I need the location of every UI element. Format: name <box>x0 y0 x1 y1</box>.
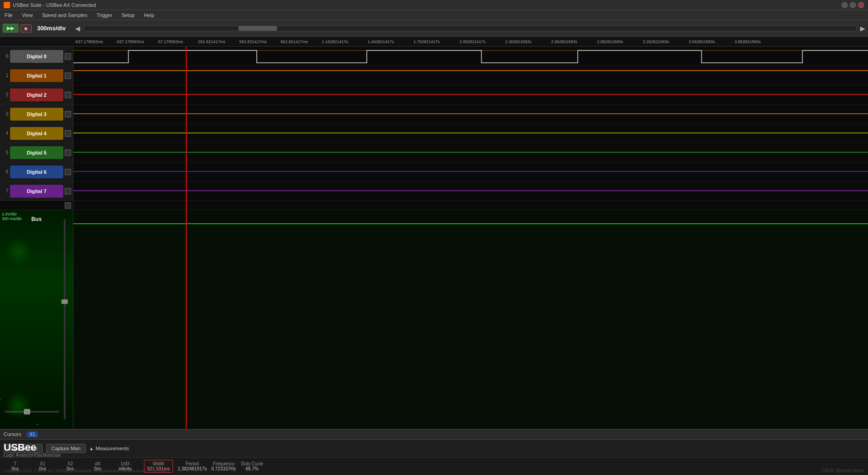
channel-plus-4: + <box>37 138 39 142</box>
nav-back-button[interactable]: ◀ <box>75 25 80 32</box>
ruler-tick: 562.821417ms <box>238 39 280 44</box>
meas-period: Period 1.382481917s <box>177 461 206 471</box>
menubar: File View Speed and Samples Trigger Setu… <box>0 10 868 20</box>
waveform-svg-0 <box>73 47 868 66</box>
channel-num-2: 2 <box>2 92 8 97</box>
menu-speed[interactable]: Speed and Samples <box>37 11 92 19</box>
run-icon: ▶▶ <box>7 25 14 31</box>
channel-num-3: 3 <box>2 111 8 116</box>
channel-checkbox-0[interactable] <box>65 53 71 60</box>
osc-h-thumb[interactable] <box>24 409 30 414</box>
channel-row-6: 6 Digital 6 + <box>0 162 73 182</box>
osc-voltage-label: 1.0V/div 300 ms/div <box>2 212 22 221</box>
waveform-osc-top <box>73 201 868 210</box>
ruler-tick: -337.178583ms <box>115 39 156 44</box>
waveform-area[interactable] <box>73 47 868 429</box>
meas-frequency-header: Frequency <box>213 461 234 466</box>
ruler-tick: 2.662821583s <box>550 39 596 44</box>
ruler-tick: -637.178583ms <box>73 39 115 44</box>
menu-trigger[interactable]: Trigger <box>92 11 116 19</box>
bottom-panel: Cursors X1 Capture One Capture Man ▲ Mea… <box>0 429 868 475</box>
channel-plus-3: + <box>37 118 39 123</box>
measurements-toggle[interactable]: ▲ Measurements <box>89 446 129 451</box>
ruler-tick: 1.462821417s <box>367 39 413 44</box>
menu-view[interactable]: View <box>17 11 38 19</box>
controls-row: Capture One Capture Man ▲ Measurements <box>0 440 868 458</box>
channel-plus-7: + <box>37 195 39 200</box>
toolbar: ▶▶ ■ 300ms/div ◀ ▶ <box>0 20 868 37</box>
meas-dx-header: dX <box>95 461 100 466</box>
channel-checkbox-7[interactable] <box>65 188 71 194</box>
waveform-svg-5 <box>73 143 868 162</box>
meas-duty-header: Duty Cycle <box>241 461 263 466</box>
osc-h-track <box>5 411 59 413</box>
waveform-row-1 <box>73 66 868 85</box>
ruler-tick: 2.362821583s <box>504 39 550 44</box>
channel-num-7: 7 <box>2 188 8 193</box>
stop-button[interactable]: ■ <box>20 24 32 33</box>
app-icon <box>4 2 10 8</box>
osc-checkbox[interactable] <box>65 202 71 209</box>
channel-plus-1: + <box>37 80 39 84</box>
maximize-button[interactable] <box>850 2 856 8</box>
ruler-tick: 2.062821417s <box>459 39 504 44</box>
channel-plus-2: + <box>37 99 39 104</box>
ruler-tick: 3.562821583s <box>688 39 734 44</box>
waveform-svg-2 <box>73 85 868 104</box>
channel-num-4: 4 <box>2 131 8 136</box>
ruler-tick: 1.162821417s <box>321 39 367 44</box>
menu-help[interactable]: Help <box>139 11 159 19</box>
ruler-tick: 3.862821583s <box>734 39 780 44</box>
channel-num-1: 1 <box>2 73 8 78</box>
waveform-svg-1 <box>73 66 868 85</box>
osc-glow-top <box>5 238 32 265</box>
channels-sidebar: 0 Digital 0 + 1 Digital 1 + 2 Digital 2 … <box>0 47 73 429</box>
channel-checkbox-5[interactable] <box>65 149 71 156</box>
channel-num-6: 6 <box>2 169 8 174</box>
waveform-svg-6 <box>73 162 868 181</box>
menu-file[interactable]: File <box>0 11 17 19</box>
channel-checkbox-3[interactable] <box>65 111 71 117</box>
bus-channel-area: 1.0V/div 300 ms/div Bus ~ <box>0 210 73 429</box>
meas-period-value: 1.382481917s <box>177 466 206 471</box>
channel-checkbox-1[interactable] <box>65 72 71 79</box>
osc-h-slider[interactable]: ~ <box>5 409 59 415</box>
waveform-row-6 <box>73 162 868 182</box>
osc-v-slider[interactable] <box>61 219 68 420</box>
chevron-up-icon: ▲ <box>89 446 94 451</box>
osc-v-thumb[interactable] <box>61 299 68 304</box>
ruler-tick: 262.821417ms <box>197 39 238 44</box>
meas-width-header: Width <box>153 461 165 466</box>
nav-fwd-button[interactable]: ▶ <box>860 25 865 32</box>
stop-icon: ■ <box>24 26 28 31</box>
meas-frequency: Frequency 0.723337Hz <box>211 461 236 471</box>
logo-area: USBee Logic Analyzer/Oscilloscope <box>4 442 61 458</box>
bus-plus: + <box>37 422 39 427</box>
waveform-row-7 <box>73 182 868 201</box>
waveform-svg-7 <box>73 182 868 200</box>
channel-row-3: 3 Digital 3 + <box>0 105 73 124</box>
channel-row-0: 0 Digital 0 + <box>0 47 73 66</box>
waveform-svg-3 <box>73 105 868 123</box>
minimize-button[interactable] <box>841 2 848 8</box>
meas-x1-header: X1 <box>40 461 45 466</box>
tilde-icon: ~ <box>0 397 1 402</box>
run-button[interactable]: ▶▶ <box>3 24 18 33</box>
watermark: CSDN @dover-yumo <box>821 468 864 473</box>
channel-num-5: 5 <box>2 150 8 155</box>
close-button[interactable] <box>858 2 864 8</box>
waveform-row-0 <box>73 47 868 66</box>
waveform-row-3 <box>73 105 868 124</box>
menu-setup[interactable]: Setup <box>117 11 139 19</box>
window-controls <box>841 2 864 8</box>
timeline-scrollbar[interactable] <box>84 26 857 31</box>
channel-checkbox-6[interactable] <box>65 169 71 175</box>
osc-v-track <box>64 219 66 420</box>
channel-checkbox-2[interactable] <box>65 92 71 98</box>
meas-inv-dx-header: 1/dX <box>121 461 130 466</box>
channel-checkbox-4[interactable] <box>65 130 71 137</box>
meas-duty-value: 66.7% <box>246 466 259 471</box>
titlebar: USBee Suite - USBee AX Connected <box>0 0 868 10</box>
channel-row-2: 2 Digital 2 + <box>0 85 73 105</box>
channel-row-1: 1 Digital 1 + <box>0 66 73 85</box>
